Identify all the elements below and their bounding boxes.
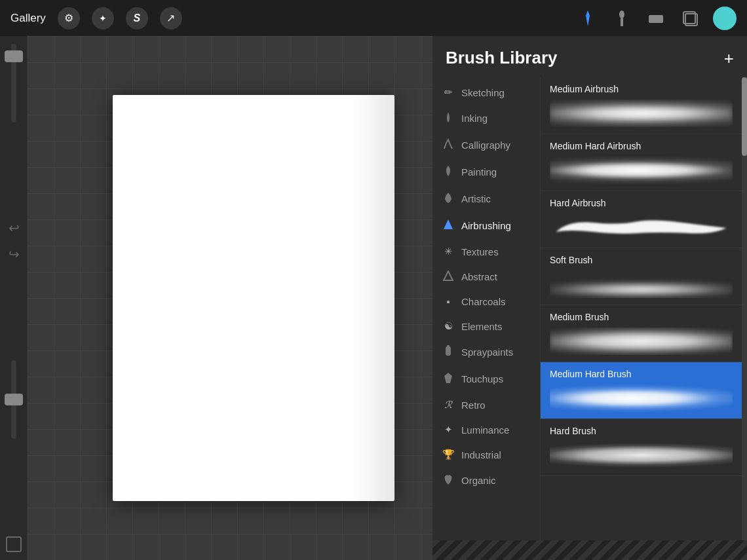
category-item-inking[interactable]: Inking xyxy=(432,105,540,132)
size-slider-track[interactable] xyxy=(11,44,16,122)
brush-list: Medium Airbrush Medium Hard Airbrush Har… xyxy=(541,77,742,540)
svg-marker-9 xyxy=(444,373,452,383)
category-item-charcoals[interactable]: ▪ Charcoals xyxy=(432,289,540,314)
abstract-icon xyxy=(442,271,455,283)
category-label-inking: Inking xyxy=(461,113,488,124)
size-slider-thumb[interactable] xyxy=(5,50,23,62)
brush-name-medium-airbrush: Medium Airbrush xyxy=(550,84,733,94)
brush-item-hard-airbrush[interactable]: Hard Airbrush xyxy=(541,191,742,248)
category-item-painting[interactable]: Painting xyxy=(432,159,540,185)
brush-name-hard-brush: Hard Brush xyxy=(550,426,733,436)
user-avatar[interactable] xyxy=(713,7,737,30)
brush-name-medium-hard-brush: Medium Hard Brush xyxy=(550,369,733,379)
size-slider-group xyxy=(11,44,16,122)
arrow-icon[interactable]: ↗ xyxy=(160,7,182,29)
category-label-spraypaints: Spraypaints xyxy=(461,346,513,358)
eraser-tool-icon[interactable] xyxy=(645,7,667,29)
category-label-charcoals: Charcoals xyxy=(461,296,506,307)
category-list: ✏ Sketching Inking Calligraphy xyxy=(432,77,541,540)
canvas-white[interactable] xyxy=(113,95,394,501)
category-item-industrial[interactable]: 🏆 Industrial xyxy=(432,442,540,467)
inking-icon xyxy=(442,111,455,125)
brush-name-hard-airbrush: Hard Airbrush xyxy=(550,198,733,208)
topbar: Gallery ⚙ ✦ S ↗ xyxy=(0,0,747,36)
category-item-textures[interactable]: ✳ Textures xyxy=(432,239,540,264)
category-label-calligraphy: Calligraphy xyxy=(461,140,510,151)
left-actions: ↩ ↪ xyxy=(9,220,20,262)
category-label-elements: Elements xyxy=(461,321,503,332)
brush-library-title: Brush Library xyxy=(446,48,558,68)
category-label-organic: Organic xyxy=(461,475,496,486)
retro-icon: ℛ xyxy=(442,399,455,411)
category-item-calligraphy[interactable]: Calligraphy xyxy=(432,132,540,159)
svg-rect-7 xyxy=(446,346,451,356)
category-item-artistic[interactable]: Artistic xyxy=(432,185,540,212)
category-label-airbrushing: Airbrushing xyxy=(461,220,511,231)
brush-item-medium-brush[interactable]: Medium Brush xyxy=(541,305,742,362)
brush-name-medium-hard-airbrush: Medium Hard Airbrush xyxy=(550,141,733,151)
add-brush-button[interactable]: + xyxy=(724,50,734,67)
brush-tool-icon[interactable] xyxy=(611,7,633,29)
industrial-icon: 🏆 xyxy=(442,449,455,460)
organic-icon xyxy=(442,474,455,487)
brush-item-hard-brush[interactable]: Hard Brush xyxy=(541,419,742,476)
category-item-abstract[interactable]: Abstract xyxy=(432,264,540,289)
opacity-slider-track[interactable] xyxy=(11,360,16,439)
brush-list-scrollbar[interactable] xyxy=(742,77,747,540)
brush-stroke-medium-airbrush xyxy=(550,100,733,127)
canvas-area[interactable] xyxy=(28,36,432,560)
brush-item-medium-airbrush[interactable]: Medium Airbrush xyxy=(541,77,742,134)
elements-icon: ☯ xyxy=(442,320,455,332)
magic-icon[interactable]: ✦ xyxy=(92,7,114,29)
category-label-retro: Retro xyxy=(461,400,486,411)
textures-icon: ✳ xyxy=(442,246,455,257)
airbrushing-icon xyxy=(442,219,455,233)
brush-item-soft-brush[interactable]: Soft Brush xyxy=(541,248,742,305)
category-label-abstract: Abstract xyxy=(461,271,497,282)
luminance-icon: ✦ xyxy=(442,424,455,436)
category-item-airbrushing[interactable]: Airbrushing xyxy=(432,212,540,239)
category-item-sketching[interactable]: ✏ Sketching xyxy=(432,80,540,105)
brush-library-body: ✏ Sketching Inking Calligraphy xyxy=(432,77,747,540)
artistic-icon xyxy=(442,192,455,206)
left-panel: ↩ ↪ xyxy=(0,36,28,560)
category-item-elements[interactable]: ☯ Elements xyxy=(432,314,540,339)
brush-stroke-soft-brush xyxy=(550,271,733,298)
brush-name-soft-brush: Soft Brush xyxy=(550,255,733,265)
category-item-organic[interactable]: Organic xyxy=(432,467,540,494)
svg-rect-8 xyxy=(447,345,450,348)
svg-point-0 xyxy=(619,10,624,18)
topbar-right xyxy=(577,7,737,30)
category-item-luminance[interactable]: ✦ Luminance xyxy=(432,417,540,442)
category-label-painting: Painting xyxy=(461,166,497,177)
opacity-slider-thumb[interactable] xyxy=(5,394,23,405)
category-item-retro[interactable]: ℛ Retro xyxy=(432,392,540,417)
category-label-luminance: Luminance xyxy=(461,424,509,436)
category-label-artistic: Artistic xyxy=(461,193,491,204)
wrench-icon[interactable]: ⚙ xyxy=(58,7,80,29)
layers-tool-icon[interactable] xyxy=(679,7,701,29)
charcoals-icon: ▪ xyxy=(442,296,455,307)
main-content: ↩ ↪ Brush Library + ✏ Sketching xyxy=(0,36,747,560)
category-label-textures: Textures xyxy=(461,246,499,257)
category-item-spraypaints[interactable]: Spraypaints xyxy=(432,339,540,365)
scrollbar-thumb[interactable] xyxy=(742,77,747,156)
brush-name-medium-brush: Medium Brush xyxy=(550,312,733,322)
brush-stroke-medium-hard-airbrush xyxy=(550,157,733,184)
bottom-stripe xyxy=(432,540,747,560)
brush-library-header: Brush Library + xyxy=(432,36,747,77)
pen-tool-icon[interactable] xyxy=(577,7,599,29)
redo-button[interactable]: ↪ xyxy=(9,246,20,262)
brush-stroke-hard-brush xyxy=(550,441,733,469)
brush-item-medium-hard-brush[interactable]: Medium Hard Brush xyxy=(541,362,742,419)
brush-item-medium-hard-airbrush[interactable]: Medium Hard Airbrush xyxy=(541,134,742,191)
canvas-shape-indicator xyxy=(6,536,22,552)
smudge-icon[interactable]: S xyxy=(126,7,148,29)
undo-button[interactable]: ↩ xyxy=(9,220,20,236)
touchups-icon xyxy=(442,372,455,386)
category-item-touchups[interactable]: Touchups xyxy=(432,365,540,392)
category-label-industrial: Industrial xyxy=(461,449,501,460)
svg-rect-2 xyxy=(649,15,663,23)
brush-library-panel: Brush Library + ✏ Sketching Inking xyxy=(432,36,747,560)
gallery-button[interactable]: Gallery xyxy=(10,12,46,25)
